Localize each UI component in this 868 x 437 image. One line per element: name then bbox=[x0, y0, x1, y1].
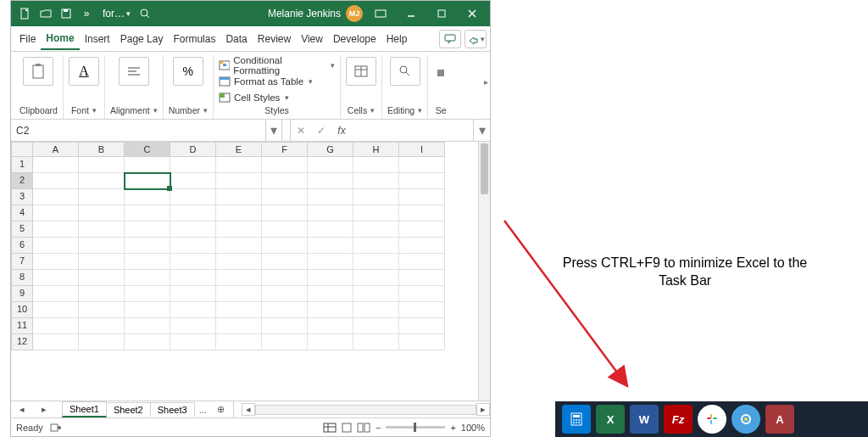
cell[interactable] bbox=[79, 205, 125, 221]
cell[interactable] bbox=[262, 189, 308, 205]
format-as-table-button[interactable]: Format as Table▾ bbox=[219, 74, 313, 90]
row-header[interactable]: 5 bbox=[11, 221, 33, 238]
cell[interactable] bbox=[170, 173, 216, 189]
col-header[interactable]: C bbox=[125, 142, 170, 157]
cell[interactable] bbox=[79, 286, 125, 302]
save-icon[interactable] bbox=[57, 4, 75, 23]
tab-data[interactable]: Data bbox=[220, 29, 252, 49]
tab-insert[interactable]: Insert bbox=[80, 29, 115, 49]
row-header[interactable]: 9 bbox=[11, 286, 33, 302]
cell[interactable] bbox=[33, 270, 79, 286]
hscroll-left-icon[interactable]: ◂ bbox=[242, 403, 255, 416]
cell[interactable] bbox=[33, 205, 79, 221]
cell[interactable] bbox=[399, 286, 445, 302]
col-header[interactable]: H bbox=[353, 142, 399, 157]
name-box-dropdown-icon[interactable]: ▾ bbox=[265, 120, 282, 141]
cell[interactable] bbox=[399, 334, 445, 350]
cell[interactable] bbox=[262, 302, 308, 318]
cell[interactable] bbox=[399, 221, 445, 238]
cell[interactable] bbox=[308, 318, 353, 334]
share-button[interactable]: ▾ bbox=[465, 30, 487, 48]
cell[interactable] bbox=[353, 221, 399, 238]
row-header[interactable]: 11 bbox=[11, 318, 33, 334]
enter-formula-icon[interactable]: ✓ bbox=[311, 120, 331, 141]
search-icon[interactable] bbox=[136, 8, 154, 20]
cell[interactable] bbox=[308, 205, 353, 221]
col-header[interactable]: B bbox=[79, 142, 125, 157]
cell[interactable] bbox=[308, 270, 353, 286]
cell[interactable] bbox=[33, 318, 79, 334]
cell[interactable] bbox=[79, 157, 125, 173]
cell[interactable] bbox=[308, 302, 353, 318]
cell[interactable] bbox=[399, 318, 445, 334]
cell[interactable] bbox=[33, 302, 79, 318]
cell[interactable] bbox=[125, 189, 170, 205]
cell[interactable] bbox=[353, 189, 399, 205]
cell[interactable] bbox=[399, 302, 445, 318]
cell[interactable] bbox=[353, 157, 399, 173]
cell[interactable] bbox=[399, 205, 445, 221]
taskbar-access-icon[interactable]: A bbox=[765, 405, 794, 434]
cell[interactable] bbox=[308, 254, 353, 270]
zoom-in-icon[interactable]: + bbox=[450, 423, 455, 433]
sheet-prev-icon[interactable]: ◂ bbox=[11, 404, 33, 415]
cell[interactable] bbox=[262, 205, 308, 221]
cancel-formula-icon[interactable]: ✕ bbox=[291, 120, 311, 141]
horizontal-scrollbar[interactable] bbox=[255, 405, 476, 415]
cell[interactable] bbox=[216, 318, 262, 334]
cell[interactable] bbox=[170, 157, 216, 173]
cell[interactable] bbox=[170, 318, 216, 334]
avatar[interactable]: MJ bbox=[346, 5, 363, 22]
taskbar-slack-icon[interactable] bbox=[698, 405, 726, 434]
col-header[interactable]: D bbox=[170, 142, 216, 157]
cell[interactable] bbox=[33, 254, 79, 270]
cell[interactable] bbox=[262, 254, 308, 270]
row-header[interactable]: 2 bbox=[11, 173, 33, 189]
paste-button[interactable] bbox=[23, 57, 53, 86]
cell[interactable] bbox=[79, 238, 125, 254]
cell[interactable] bbox=[353, 302, 399, 318]
col-header[interactable]: A bbox=[33, 142, 79, 157]
tab-home[interactable]: Home bbox=[41, 28, 79, 50]
zoom-slider[interactable] bbox=[386, 426, 445, 429]
taskbar-excel-icon[interactable]: X bbox=[596, 405, 625, 434]
sheet-tab[interactable]: Sheet2 bbox=[106, 402, 151, 417]
cell[interactable] bbox=[170, 334, 216, 350]
cell[interactable] bbox=[216, 157, 262, 173]
cell[interactable] bbox=[79, 221, 125, 238]
cell[interactable] bbox=[308, 238, 353, 254]
sheet-next-icon[interactable]: ▸ bbox=[33, 404, 55, 415]
cell[interactable] bbox=[399, 238, 445, 254]
taskbar-camera-icon[interactable] bbox=[732, 405, 760, 434]
cell[interactable] bbox=[353, 205, 399, 221]
cell[interactable] bbox=[170, 270, 216, 286]
col-header[interactable]: E bbox=[216, 142, 262, 157]
cells-button[interactable] bbox=[346, 57, 376, 86]
cell[interactable] bbox=[125, 286, 170, 302]
tab-developer[interactable]: Develope bbox=[328, 29, 381, 49]
open-folder-icon[interactable] bbox=[36, 4, 55, 23]
editing-button[interactable] bbox=[390, 57, 420, 86]
alignment-button[interactable] bbox=[119, 57, 149, 86]
row-header[interactable]: 7 bbox=[11, 254, 33, 270]
cell[interactable] bbox=[33, 189, 79, 205]
cell[interactable] bbox=[125, 157, 170, 173]
cell[interactable] bbox=[125, 173, 170, 189]
cell[interactable] bbox=[353, 270, 399, 286]
cell[interactable] bbox=[262, 157, 308, 173]
cell[interactable] bbox=[33, 157, 79, 173]
cell[interactable] bbox=[262, 270, 308, 286]
cell[interactable] bbox=[125, 334, 170, 350]
cell[interactable] bbox=[262, 173, 308, 189]
tab-help[interactable]: Help bbox=[381, 29, 413, 49]
cell[interactable] bbox=[33, 173, 79, 189]
cell[interactable] bbox=[125, 302, 170, 318]
cell[interactable] bbox=[262, 238, 308, 254]
cell[interactable] bbox=[353, 254, 399, 270]
cell[interactable] bbox=[399, 254, 445, 270]
cell[interactable] bbox=[216, 286, 262, 302]
cell[interactable] bbox=[170, 286, 216, 302]
view-page-break-icon[interactable] bbox=[357, 423, 370, 433]
cell[interactable] bbox=[170, 238, 216, 254]
select-all-corner[interactable] bbox=[11, 142, 33, 157]
